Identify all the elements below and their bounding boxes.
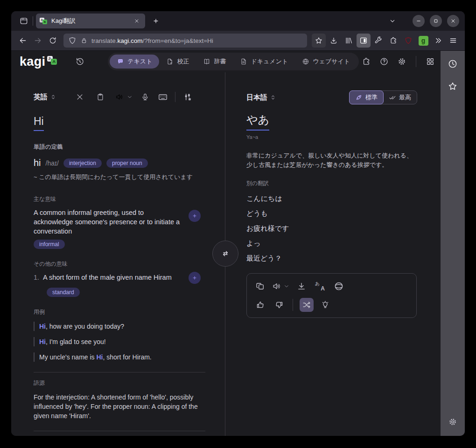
listen-control[interactable] bbox=[272, 282, 290, 291]
extensions-icon-button[interactable] bbox=[359, 54, 374, 69]
url-text: translate.kagi.com/?from=en&to=ja&text=H… bbox=[91, 37, 213, 44]
preferences-sliders-button[interactable] bbox=[181, 90, 194, 103]
globe-lines-icon bbox=[334, 281, 344, 291]
thumbs-up-button[interactable] bbox=[253, 298, 267, 312]
new-tab-button[interactable] bbox=[149, 14, 163, 28]
overflow-chevrons-button[interactable] bbox=[431, 34, 445, 48]
bookmark-star-button[interactable] bbox=[312, 34, 326, 48]
reload-button[interactable] bbox=[46, 34, 60, 48]
keyboard-button[interactable] bbox=[156, 90, 169, 103]
transliterate-icon: あA bbox=[315, 281, 325, 291]
minimize-button[interactable] bbox=[413, 15, 425, 27]
history-button[interactable] bbox=[75, 54, 84, 69]
forward-button[interactable] bbox=[31, 34, 45, 48]
tab-proofread[interactable]: 校正 bbox=[159, 55, 196, 69]
extensions-puzzle-button[interactable] bbox=[386, 34, 400, 48]
copy-button[interactable] bbox=[253, 279, 267, 293]
browser-navbar: translate.kagi.com/?from=en&to=ja&text=H… bbox=[11, 31, 465, 51]
paste-button[interactable] bbox=[94, 90, 107, 103]
speaker-icon bbox=[115, 93, 124, 101]
usage-note: ~ この単語は長期間にわたって一貫して使用されています bbox=[34, 173, 205, 181]
download-icon bbox=[297, 282, 306, 291]
firefox-sidebar bbox=[441, 51, 465, 436]
developer-tools-wrench-button[interactable] bbox=[371, 34, 385, 48]
translate-panels: 英語 Hi 単 bbox=[11, 72, 441, 436]
lock-icon[interactable] bbox=[80, 37, 88, 44]
ublock-extension-icon[interactable] bbox=[401, 34, 415, 48]
download-button[interactable] bbox=[294, 279, 308, 293]
shuffle-alternatives-button[interactable] bbox=[300, 298, 314, 312]
add-meaning-button[interactable] bbox=[189, 272, 201, 284]
downloads-button[interactable] bbox=[327, 34, 341, 48]
back-button[interactable] bbox=[16, 34, 30, 48]
transliterate-button[interactable]: あA bbox=[313, 279, 327, 293]
summarize-button[interactable] bbox=[332, 279, 346, 293]
tab-text[interactable]: テキスト bbox=[110, 55, 159, 69]
source-text-input[interactable]: Hi bbox=[34, 115, 205, 131]
translation-description: 非常にカジュアルで、親しい友人や知人に対して使われる、少し古風または芝居がかった… bbox=[246, 151, 417, 169]
tab-close-icon[interactable] bbox=[132, 16, 141, 26]
help-button[interactable] bbox=[377, 54, 392, 69]
thumbs-down-button[interactable] bbox=[272, 298, 286, 312]
close-window-button[interactable] bbox=[447, 15, 459, 27]
toolbar-divider bbox=[175, 92, 175, 102]
main-meaning-text: A common informal greeting, used to ackn… bbox=[34, 208, 182, 236]
alternatives-heading: 別の翻訳 bbox=[246, 179, 417, 187]
chevron-down-icon[interactable] bbox=[283, 283, 290, 289]
source-toolbar: 英語 bbox=[34, 91, 205, 103]
add-meaning-button[interactable] bbox=[189, 210, 201, 222]
library-button[interactable] bbox=[342, 34, 356, 48]
alternative-item[interactable]: よっ bbox=[246, 236, 417, 251]
sidebar-settings-button[interactable] bbox=[445, 414, 460, 429]
star-icon bbox=[448, 81, 458, 91]
tab-dictionary[interactable]: 辞書 bbox=[196, 55, 233, 69]
browser-tab[interactable]: あa Kagi翻訳 bbox=[36, 14, 145, 28]
apps-grid-button[interactable] bbox=[423, 54, 438, 69]
example-item: My uncle's name is Hi, short for Hiram. bbox=[34, 352, 205, 362]
tab-website[interactable]: ウェブサイト bbox=[295, 55, 357, 69]
explain-button[interactable] bbox=[318, 298, 332, 312]
etymology-heading: 語源 bbox=[34, 379, 205, 387]
swap-languages-button[interactable] bbox=[212, 241, 238, 267]
tracking-protection-shield-icon[interactable] bbox=[68, 36, 77, 45]
list-all-tabs-button[interactable] bbox=[385, 14, 399, 28]
translate-logo-icon: あA bbox=[47, 56, 58, 66]
app-menu-hamburger-button[interactable] bbox=[446, 34, 460, 48]
browser-tab-bar: あa Kagi翻訳 bbox=[11, 11, 465, 31]
document-check-icon bbox=[166, 58, 174, 65]
register-badge: informal bbox=[34, 240, 65, 249]
g-extension-icon[interactable]: g bbox=[416, 34, 430, 48]
kagi-translate-favicon: あa bbox=[40, 17, 48, 25]
sidebar-toggle-button[interactable] bbox=[357, 34, 371, 48]
kagi-header: kagi あA テキスト 校正 辞書 ドキュメント ウェブサイト bbox=[11, 51, 441, 72]
kagi-header-actions bbox=[359, 54, 438, 69]
chevron-updown-icon bbox=[50, 94, 56, 100]
sidebar-history-button[interactable] bbox=[445, 56, 460, 71]
microphone-button[interactable] bbox=[139, 90, 152, 103]
translation-text[interactable]: やあ bbox=[246, 112, 417, 131]
alternative-item[interactable]: 最近どう？ bbox=[246, 251, 417, 266]
window-controls bbox=[413, 15, 459, 27]
maximize-button[interactable] bbox=[430, 15, 442, 27]
listen-control[interactable] bbox=[115, 93, 133, 101]
alternative-item[interactable]: どうも bbox=[246, 206, 417, 221]
mode-best[interactable]: 最高 bbox=[383, 91, 417, 104]
gear-icon bbox=[448, 417, 457, 427]
source-panel: 英語 Hi 単 bbox=[11, 72, 225, 436]
alternative-item[interactable]: こんにちは bbox=[246, 191, 417, 206]
source-language-select[interactable]: 英語 bbox=[34, 93, 56, 102]
kagi-logo[interactable]: kagi あA bbox=[20, 55, 58, 68]
chevron-down-icon[interactable] bbox=[126, 94, 133, 100]
clipboard-icon bbox=[96, 93, 105, 101]
mode-standard[interactable]: 標準 bbox=[349, 90, 384, 104]
url-bar[interactable]: translate.kagi.com/?from=en&to=ja&text=H… bbox=[63, 34, 307, 48]
tab-document[interactable]: ドキュメント bbox=[233, 55, 295, 69]
actions-divider bbox=[293, 299, 293, 311]
clear-text-button[interactable] bbox=[73, 90, 86, 103]
sidebar-bookmarks-button[interactable] bbox=[445, 79, 460, 94]
settings-gear-button[interactable] bbox=[394, 54, 409, 69]
alternative-item[interactable]: お疲れ様です bbox=[246, 221, 417, 236]
x-icon bbox=[76, 93, 84, 101]
target-language-select[interactable]: 日本語 bbox=[246, 93, 276, 102]
firefox-view-button[interactable] bbox=[17, 14, 31, 28]
